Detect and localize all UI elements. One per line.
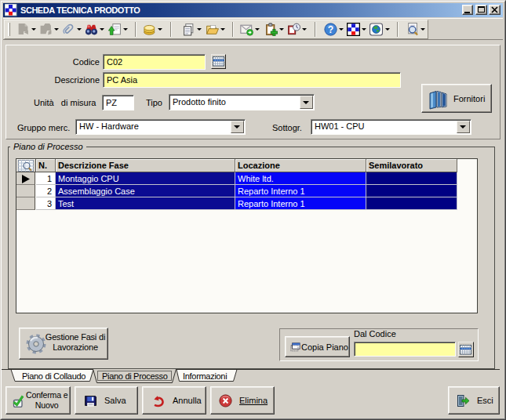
svg-text:?: ?: [328, 24, 333, 35]
